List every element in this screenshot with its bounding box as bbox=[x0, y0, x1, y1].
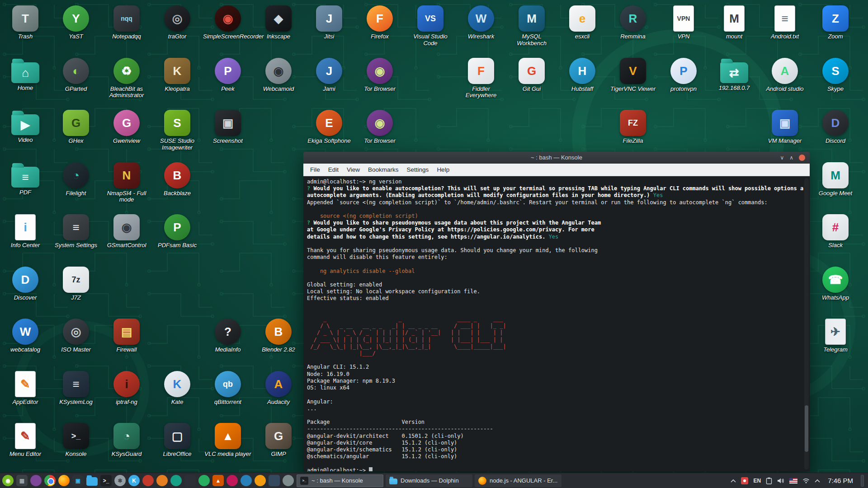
desktop-icon-iso-master[interactable]: ◎ISO Master bbox=[51, 319, 101, 353]
desktop-icon-telegram[interactable]: ✈Telegram bbox=[810, 319, 861, 353]
scrollbar-thumb[interactable] bbox=[805, 405, 808, 452]
tray-expand-caret-icon[interactable] bbox=[731, 479, 736, 483]
desktop-icon-audacity[interactable]: AAudacity bbox=[253, 371, 304, 406]
desktop-icon-notepadqq[interactable]: nqqNotepadqq bbox=[101, 5, 152, 40]
pinned-pinned-app-17-icon[interactable] bbox=[226, 475, 238, 486]
desktop-icon-video[interactable]: ▶Video bbox=[0, 110, 51, 144]
window-titlebar[interactable]: ~ : bash — Konsole ∨ ∧ bbox=[303, 152, 810, 164]
menu-bookmarks[interactable]: Bookmarks bbox=[364, 164, 403, 175]
desktop-icon-vlc-media-player[interactable]: ▲VLC media player bbox=[203, 423, 253, 458]
menu-view[interactable]: View bbox=[343, 164, 364, 175]
desktop-icon-android-studio[interactable]: AAndroid studio bbox=[760, 58, 810, 93]
us-flag-icon[interactable] bbox=[789, 478, 797, 483]
pinned-application-launcher-icon[interactable]: ◉ bbox=[2, 475, 14, 486]
pinned-system-settings-icon[interactable]: ✱ bbox=[114, 475, 126, 486]
desktop-icon-info-center[interactable]: iInfo Center bbox=[0, 214, 51, 249]
pinned-pinned-app-13-icon[interactable] bbox=[170, 475, 182, 486]
desktop-icon-system-settings[interactable]: ≡System Settings bbox=[51, 214, 101, 249]
desktop-icon-ekiga-softphone[interactable]: EEkiga Softphone bbox=[304, 110, 354, 145]
status-badge-icon[interactable] bbox=[741, 477, 748, 484]
desktop-icon-firefox[interactable]: FFirefox bbox=[354, 5, 405, 40]
desktop-icon-jami[interactable]: JJami bbox=[304, 58, 354, 93]
pinned-pinned-app-20-icon[interactable] bbox=[269, 475, 280, 486]
desktop-icon-zoom[interactable]: ZZoom bbox=[810, 5, 861, 40]
desktop-icon-tor-browser[interactable]: ◉Tor Browser bbox=[354, 58, 405, 93]
desktop-icon-google-meet[interactable]: MGoogle Meet bbox=[810, 162, 861, 197]
pinned-dolphin-icon[interactable] bbox=[86, 477, 98, 486]
desktop-icon-vm-manager[interactable]: ▣VM Manager bbox=[760, 110, 810, 145]
desktop-icon-whatsapp[interactable]: ☎WhatsApp bbox=[810, 267, 861, 301]
desktop-icon-pdf[interactable]: ≡PDF bbox=[0, 162, 51, 196]
pinned-pager-icon[interactable]: ▦ bbox=[16, 475, 28, 486]
desktop-icon-j7z[interactable]: 7zJ7Z bbox=[51, 267, 101, 301]
desktop-icon-skype[interactable]: SSkype bbox=[810, 58, 861, 93]
clock[interactable]: 7:46 PM bbox=[825, 477, 856, 484]
desktop-icon-pdfsam-basic[interactable]: PPDFsam Basic bbox=[152, 214, 203, 249]
desktop-icon-gparted[interactable]: ◐GParted bbox=[51, 58, 101, 93]
desktop-icon-remmina[interactable]: RRemmina bbox=[608, 5, 658, 40]
desktop-icon-kate[interactable]: KKate bbox=[152, 371, 203, 406]
desktop-icon-visual-studio-code[interactable]: VSVisual Studio Code bbox=[405, 5, 456, 47]
desktop-icon-webcamoid[interactable]: ◉Webcamoid bbox=[253, 58, 304, 93]
desktop-icon-inkscape[interactable]: ◆Inkscape bbox=[253, 5, 304, 40]
desktop-icon-192-168-0-7[interactable]: ⇄192.168.0.7 bbox=[709, 58, 760, 92]
pinned-pinned-app-19-icon[interactable] bbox=[255, 475, 266, 486]
desktop-icon-appeditor[interactable]: ✎AppEditor bbox=[0, 371, 51, 406]
desktop-icon-mediainfo[interactable]: ?MediaInfo bbox=[203, 319, 253, 353]
desktop-icon-ksystemlog[interactable]: ≡KSystemLog bbox=[51, 371, 101, 406]
desktop-icon-discord[interactable]: DDiscord bbox=[810, 110, 861, 145]
pinned-tor-browser-icon[interactable] bbox=[30, 475, 42, 486]
terminal-scrollbar[interactable] bbox=[804, 178, 809, 469]
desktop-icon-kleopatra[interactable]: KKleopatra bbox=[152, 58, 203, 93]
desktop-icon-tor-browser[interactable]: ◉Tor Browser bbox=[354, 110, 405, 145]
desktop-icon-esxcli[interactable]: eesxcli bbox=[557, 5, 608, 40]
desktop-icon-libreoffice[interactable]: ▢LibreOffice bbox=[152, 423, 203, 458]
desktop-icon-backblaze[interactable]: BBackblaze bbox=[152, 162, 203, 197]
desktop-icon-yast[interactable]: YYaST bbox=[51, 5, 101, 40]
desktop-icon-simplescreenrecorder[interactable]: ◉SimpleScreenRecorder bbox=[203, 5, 253, 40]
desktop-icon-firewall[interactable]: ▤Firewall bbox=[101, 319, 152, 353]
volume-icon[interactable] bbox=[777, 478, 784, 484]
desktop-icon-mysql-workbench[interactable]: MMySQL Workbench bbox=[506, 5, 557, 47]
maximize-button[interactable]: ∧ bbox=[789, 155, 793, 160]
clipboard-icon[interactable] bbox=[766, 477, 772, 484]
desktop-icon-fiddler-everywhere[interactable]: FFiddler Everywhere bbox=[456, 58, 506, 99]
desktop-icon-blender-2-82[interactable]: BBlender 2.82 bbox=[253, 319, 304, 353]
keyboard-layout-indicator[interactable]: EN bbox=[753, 478, 761, 484]
desktop-icon-filelight[interactable]: ◔Filelight bbox=[51, 162, 101, 197]
pinned-vlc-icon[interactable]: ▲ bbox=[212, 475, 224, 486]
desktop-icon-menu-editor[interactable]: ✎Menu Editor bbox=[0, 423, 51, 458]
desktop-icon-ksysguard[interactable]: ◔KSysGuard bbox=[101, 423, 152, 458]
desktop-icon-nmapsi4-full-mode[interactable]: NNmapSI4 - Full mode bbox=[101, 162, 152, 204]
desktop-icon-home[interactable]: ⌂Home bbox=[0, 58, 51, 92]
desktop-icon-trash[interactable]: TTrash bbox=[0, 5, 51, 40]
desktop-icon-gimp[interactable]: GGIMP bbox=[253, 423, 304, 458]
desktop-icon-suse-studio-imagewriter[interactable]: SSUSE Studio Imagewriter bbox=[152, 110, 203, 151]
desktop-icon-wireshark[interactable]: WWireshark bbox=[456, 5, 506, 40]
desktop-icon-mount[interactable]: Mmount bbox=[709, 5, 760, 40]
desktop-icon-git-gui[interactable]: GGit Gui bbox=[506, 58, 557, 93]
pinned-pinned-app-12-icon[interactable] bbox=[156, 475, 168, 486]
desktop-icon-tragtor[interactable]: ◎traGtor bbox=[152, 5, 203, 40]
menu-edit[interactable]: Edit bbox=[324, 164, 343, 175]
desktop-icon-gwenview[interactable]: GGwenview bbox=[101, 110, 152, 145]
terminal-output[interactable]: admin@localhost:~> ng version? Would you… bbox=[303, 176, 803, 471]
pinned-pinned-app-11-icon[interactable] bbox=[142, 475, 154, 486]
network-icon[interactable] bbox=[802, 478, 810, 483]
desktop-icon-iptraf-ng[interactable]: iiptraf-ng bbox=[101, 371, 152, 406]
panel-caret-icon[interactable] bbox=[815, 479, 820, 483]
desktop-icon-hubstaff[interactable]: HHubstaff bbox=[557, 58, 608, 93]
close-button[interactable] bbox=[799, 155, 805, 161]
pinned-display-icon[interactable]: ▣ bbox=[72, 475, 84, 486]
desktop-icon-jitsi[interactable]: JJitsi bbox=[304, 5, 354, 40]
menu-file[interactable]: File bbox=[306, 164, 324, 175]
desktop-icon-filezilla[interactable]: FZFileZilla bbox=[608, 110, 658, 145]
desktop-icon-slack[interactable]: #Slack bbox=[810, 214, 861, 249]
task-button-bash-konsole[interactable]: >_~ : bash — Konsole bbox=[297, 474, 383, 487]
desktop-icon-webcatalog[interactable]: Wwebcatalog bbox=[0, 319, 51, 353]
pinned-pinned-app-21-icon[interactable] bbox=[283, 475, 294, 486]
desktop-icon-gsmartcontrol[interactable]: ◉GSmartControl bbox=[101, 214, 152, 249]
desktop-icon-konsole[interactable]: >_Konsole bbox=[51, 423, 101, 458]
task-button-downloads-dolphin[interactable]: Downloads — Dolphin bbox=[386, 474, 472, 487]
desktop-icon-discover[interactable]: DDiscover bbox=[0, 267, 51, 301]
